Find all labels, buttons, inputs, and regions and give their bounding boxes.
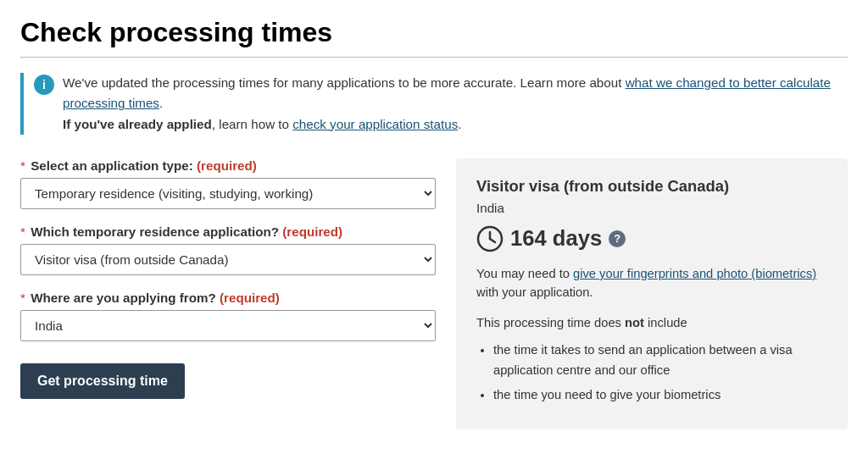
get-processing-time-button[interactable]: Get processing time — [20, 363, 185, 399]
required-star-2: * — [20, 224, 25, 239]
info-text-part2: . — [159, 96, 163, 110]
result-country: India — [476, 201, 827, 215]
result-list: the time it takes to send an application… — [476, 340, 827, 406]
country-select[interactable]: India United States United Kingdom China… — [20, 310, 436, 341]
info-text-part4: , learn how to — [212, 117, 292, 131]
main-layout: * Select an application type: (required)… — [20, 158, 848, 429]
field-label-text-1: Select an application type: — [31, 158, 193, 173]
field-group-temp-res: * Which temporary residence application?… — [20, 224, 436, 275]
not-include-text2: include — [644, 316, 687, 329]
field-label-text-2: Which temporary residence application? — [31, 224, 279, 239]
clock-icon — [476, 225, 504, 252]
required-star-1: * — [20, 158, 25, 173]
required-star-3: * — [20, 291, 25, 305]
required-text-3: (required) — [220, 291, 280, 305]
info-banner: i We've updated the processing times for… — [20, 73, 848, 135]
field-label-temp-res: * Which temporary residence application?… — [20, 224, 436, 239]
result-note-part1: You may need to — [476, 267, 573, 280]
app-type-select[interactable]: Temporary residence (visiting, studying,… — [20, 178, 436, 209]
info-icon: i — [34, 75, 54, 95]
result-title: Visitor visa (from outside Canada) — [476, 177, 827, 196]
list-item-2: the time you need to give your biometric… — [493, 385, 827, 406]
result-days: 164 days ? — [476, 225, 827, 252]
biometrics-link[interactable]: give your fingerprints and photo (biomet… — [573, 267, 816, 280]
temp-res-select[interactable]: Visitor visa (from outside Canada) Study… — [20, 244, 436, 275]
page-title: Check processing times — [20, 17, 848, 48]
result-not-include: This processing time does not include — [476, 313, 827, 332]
application-status-link[interactable]: check your application status — [292, 117, 458, 131]
svg-line-2 — [490, 239, 495, 242]
result-card: Visitor visa (from outside Canada) India… — [456, 158, 848, 429]
not-include-text1: This processing time does — [476, 316, 625, 329]
info-text-part1: We've updated the processing times for m… — [63, 75, 626, 90]
field-group-app-type: * Select an application type: (required)… — [20, 158, 436, 209]
field-label-text-3: Where are you applying from? — [31, 291, 216, 305]
help-icon[interactable]: ? — [609, 230, 626, 247]
info-text-part5: . — [458, 117, 461, 131]
result-note: You may need to give your fingerprints a… — [476, 264, 827, 302]
applied-strong: If you've already applied — [63, 117, 212, 131]
form-section: * Select an application type: (required)… — [20, 158, 436, 399]
info-banner-text: We've updated the processing times for m… — [63, 73, 848, 135]
required-text-1: (required) — [197, 158, 257, 173]
field-label-app-type: * Select an application type: (required) — [20, 158, 436, 173]
required-text-2: (required) — [282, 224, 342, 239]
not-include-bold: not — [625, 316, 644, 329]
result-note-part2: with your application. — [476, 285, 593, 299]
result-days-text: 164 days — [510, 226, 602, 251]
field-label-country: * Where are you applying from? (required… — [20, 291, 436, 305]
field-group-country: * Where are you applying from? (required… — [20, 291, 436, 341]
list-item-1: the time it takes to send an application… — [493, 340, 827, 380]
